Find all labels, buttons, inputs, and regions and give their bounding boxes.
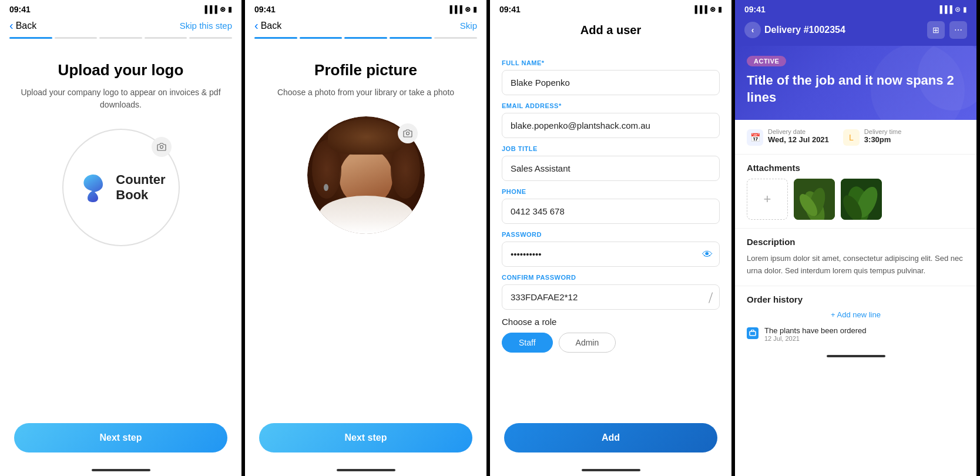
plant-svg-2 bbox=[841, 179, 882, 220]
form-field-password: PASSWORD •••••••••• 👁 bbox=[502, 231, 720, 267]
phone-input[interactable]: 0412 345 678 bbox=[502, 199, 720, 224]
profile-photo-wrapper[interactable] bbox=[307, 116, 425, 234]
back-label-1: Back bbox=[16, 21, 37, 31]
svg-point-2 bbox=[406, 132, 409, 135]
wifi-icon-2: ⊛ bbox=[465, 5, 471, 14]
form-field-phone: PHONE 0412 345 678 bbox=[502, 188, 720, 224]
screen2-title: Profile picture bbox=[314, 61, 417, 79]
attachment-image-1[interactable] bbox=[794, 179, 835, 220]
fullname-label: FULL NAME* bbox=[502, 59, 720, 66]
nav-bar-1: ‹ Back Skip this step bbox=[0, 16, 241, 37]
delivery-status-bar: 09:41 ▐▐▐ ⊛ ▮ bbox=[735, 0, 976, 16]
skip-button-1[interactable]: Skip this step bbox=[180, 21, 232, 31]
jobtitle-input[interactable]: Sales Assistant bbox=[502, 156, 720, 181]
add-new-line-button[interactable]: + Add new line bbox=[747, 310, 965, 319]
logo-text-line2: Book bbox=[116, 187, 165, 203]
form-field-email: EMAIL ADDRESS* blake.popenko@plantshack.… bbox=[502, 102, 720, 138]
bottom-btn-wrap-3: Add bbox=[490, 414, 731, 464]
page-title-wrapper: Add a user bbox=[490, 16, 731, 50]
email-input[interactable]: blake.popenko@plantshack.com.au bbox=[502, 113, 720, 138]
home-indicator-1 bbox=[0, 464, 241, 476]
attachment-image-2[interactable] bbox=[841, 179, 882, 220]
fullname-input[interactable]: Blake Popenko bbox=[502, 70, 720, 95]
password-wrapper: •••••••••• 👁 bbox=[502, 242, 720, 267]
logo-upload-circle[interactable]: Counter Book bbox=[62, 129, 180, 246]
delivery-back-button[interactable]: ‹ Delivery #1002354 bbox=[744, 22, 845, 38]
delivery-date-item: 📅 Delivery date Wed, 12 Jul 2021 bbox=[747, 128, 829, 146]
phone-label: PHONE bbox=[502, 188, 720, 195]
delivery-signal-icon: ▐▐▐ bbox=[937, 5, 952, 14]
role-label: Choose a role bbox=[502, 317, 720, 327]
screen3-add-user: 09:41 ▐▐▐ ⊛ ▮ Add a user FULL NAME* Blak… bbox=[490, 0, 735, 476]
delivery-grid-icon[interactable]: ⊞ bbox=[927, 21, 945, 39]
order-history-title: Order history bbox=[747, 294, 965, 304]
back-button-2[interactable]: ‹ Back bbox=[254, 19, 281, 32]
screen4-delivery: 09:41 ▐▐▐ ⊛ ▮ ‹ Delivery #1002354 ⊞ ⋯ AC… bbox=[735, 0, 980, 476]
svg-rect-11 bbox=[750, 331, 756, 336]
delivery-status-icons: ▐▐▐ ⊛ ▮ bbox=[937, 5, 967, 14]
progress-seg-1 bbox=[9, 37, 52, 39]
progress-bar-1 bbox=[0, 37, 241, 43]
confirm-password-input[interactable]: 333FDAFAE2*12 bbox=[502, 284, 720, 310]
logo-text-line1: Counter bbox=[116, 172, 165, 187]
delivery-time-item: L Delivery time 3:30pm bbox=[843, 128, 902, 146]
time-1: 09:41 bbox=[9, 5, 31, 14]
time-3: 09:41 bbox=[499, 5, 521, 14]
plant-photo-2 bbox=[841, 179, 882, 220]
screen1-upload-logo: 09:41 ▐▐▐ ⊛ ▮ ‹ Back Skip this step Uplo… bbox=[0, 0, 245, 476]
password-label: PASSWORD bbox=[502, 231, 720, 238]
signal-icon-3: ▐▐▐ bbox=[692, 5, 707, 14]
camera-badge-1[interactable] bbox=[152, 137, 172, 157]
next-step-button-2[interactable]: Next step bbox=[259, 423, 472, 452]
home-indicator-4 bbox=[735, 350, 976, 362]
calendar-icon: 📅 bbox=[747, 129, 763, 146]
back-button-1[interactable]: ‹ Back bbox=[9, 19, 36, 32]
order-icon-svg bbox=[749, 330, 756, 337]
shirt bbox=[319, 196, 413, 234]
battery-icon-3: ▮ bbox=[718, 5, 722, 14]
plant-photo-1 bbox=[794, 179, 835, 220]
role-staff-button[interactable]: Staff bbox=[502, 333, 553, 353]
delivery-time-text: Delivery time 3:30pm bbox=[864, 128, 902, 144]
home-bar-4 bbox=[827, 355, 885, 357]
attachments-title: Attachments bbox=[747, 163, 965, 173]
camera-icon bbox=[157, 143, 166, 151]
progress-bar-2 bbox=[245, 37, 486, 43]
status-bar-2: 09:41 ▐▐▐ ⊛ ▮ bbox=[245, 0, 486, 16]
form-field-confirm-password: CONFIRM PASSWORD 333FDAFAE2*12 ⧸ bbox=[502, 274, 720, 310]
add-attachment-button[interactable]: + bbox=[747, 179, 788, 220]
next-step-button-1[interactable]: Next step bbox=[14, 423, 227, 452]
eye-slash-icon[interactable]: ⧸ bbox=[709, 291, 713, 303]
password-input[interactable]: •••••••••• bbox=[502, 242, 720, 267]
screen3-form: FULL NAME* Blake Popenko EMAIL ADDRESS* … bbox=[490, 50, 731, 414]
home-bar-1 bbox=[92, 469, 150, 471]
camera-icon-2 bbox=[403, 129, 412, 138]
wifi-icon: ⊛ bbox=[220, 5, 226, 14]
delivery-time-label: Delivery time bbox=[864, 128, 902, 135]
add-user-button[interactable]: Add bbox=[504, 423, 717, 452]
progress-seg-2-3 bbox=[344, 37, 387, 39]
screen2-subtitle: Choose a photo from your library or take… bbox=[277, 86, 454, 99]
delivery-date-label: Delivery date bbox=[768, 128, 829, 135]
status-bar-3: 09:41 ▐▐▐ ⊛ ▮ bbox=[490, 0, 731, 16]
delivery-nav: ‹ Delivery #1002354 ⊞ ⋯ bbox=[735, 16, 976, 46]
role-admin-button[interactable]: Admin bbox=[559, 333, 616, 353]
progress-seg-2 bbox=[55, 37, 98, 39]
camera-badge-2[interactable] bbox=[398, 123, 418, 143]
clock-icon: L bbox=[843, 129, 860, 146]
order-item-text: The plants have been ordered 12 Jul, 202… bbox=[764, 326, 866, 342]
progress-seg-4 bbox=[145, 37, 187, 39]
wifi-icon-3: ⊛ bbox=[710, 5, 716, 14]
skip-button-2[interactable]: Skip bbox=[460, 21, 477, 31]
signal-icon: ▐▐▐ bbox=[202, 5, 217, 14]
confirm-password-wrapper: 333FDAFAE2*12 ⧸ bbox=[502, 284, 720, 310]
jobtitle-label: JOB TITLE bbox=[502, 145, 720, 152]
page-title-s3: Add a user bbox=[490, 19, 731, 45]
description-section: Description Lorem ipsum dolor sit amet, … bbox=[735, 229, 976, 286]
active-badge: ACTIVE bbox=[747, 56, 786, 66]
delivery-dots-icon[interactable]: ⋯ bbox=[949, 21, 967, 39]
eye-icon[interactable]: 👁 bbox=[702, 248, 713, 260]
progress-seg-3 bbox=[99, 37, 142, 39]
delivery-back-chevron: ‹ bbox=[744, 22, 761, 38]
nav-bar-2: ‹ Back Skip bbox=[245, 16, 486, 37]
